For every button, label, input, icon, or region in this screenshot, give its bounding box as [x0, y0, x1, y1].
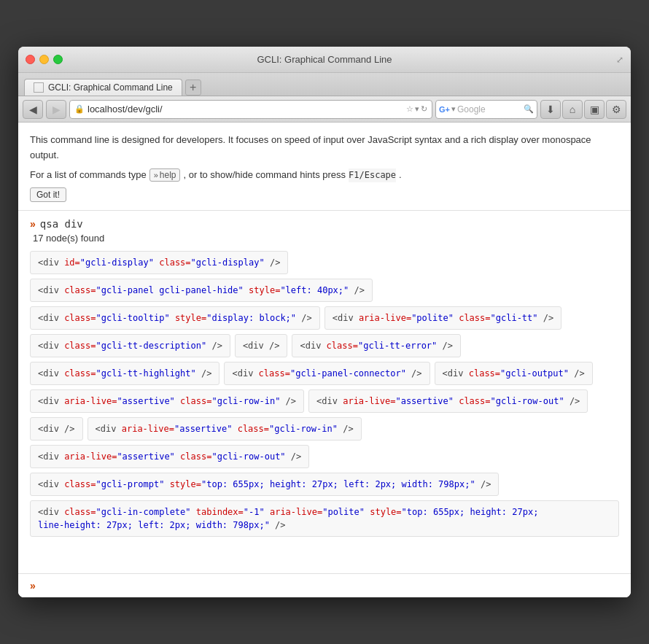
- code-block-4c: <div class="gcli-tt-error" />: [292, 334, 461, 357]
- tools-icon[interactable]: ⚙: [606, 100, 626, 119]
- address-lock-icon: 🔒: [74, 104, 85, 114]
- command-line: » qsa div: [30, 218, 619, 230]
- search-placeholder: Google: [457, 104, 522, 115]
- bookmark-icon[interactable]: ☆: [406, 104, 413, 114]
- code-block-5a: <div class="gcli-tt-highlight" />: [30, 362, 219, 385]
- code-block-3b: <div aria-live="polite" class="gcli-tt" …: [324, 306, 561, 330]
- address-text: localhost/dev/gcli/: [88, 104, 403, 115]
- shortcut-code: F1/Escape: [349, 168, 396, 182]
- code-block-9: <div class="gcli-prompt" style="top: 655…: [30, 473, 499, 496]
- bookmark-down-icon[interactable]: ▾: [415, 104, 419, 114]
- back-button[interactable]: ◀: [23, 100, 43, 119]
- search-engine-icon: G+: [439, 105, 450, 114]
- new-tab-button[interactable]: +: [185, 79, 201, 96]
- help-label: help: [160, 170, 176, 180]
- code-block-1: <div id="gcli-display" class="gcli-displ…: [30, 251, 288, 274]
- code-block-5b: <div class="gcli-panel-connector" />: [224, 362, 430, 385]
- search-go-icon[interactable]: 🔍: [524, 104, 534, 114]
- code-block-4a: <div class="gcli-tt-description" />: [30, 334, 230, 357]
- code-row-1: <div id="gcli-display" class="gcli-displ…: [30, 251, 619, 274]
- nav-bar: ◀ ▶ 🔒 localhost/dev/gcli/ ☆ ▾ ↻ G+ ▾ Goo…: [18, 96, 631, 123]
- command-section: » qsa div 17 node(s) found <div id="gcli…: [18, 211, 631, 544]
- refresh-icon[interactable]: ↻: [421, 104, 427, 114]
- code-block-6a: <div aria-live="assertive" class="gcli-r…: [30, 389, 304, 413]
- bottom-prompt: »: [30, 580, 36, 591]
- search-engine-down-icon[interactable]: ▾: [451, 104, 456, 114]
- info-line2-prefix: For a list of commands type: [30, 168, 147, 183]
- title-bar: GCLI: Graphical Command Line ⤢: [18, 47, 631, 73]
- spacer: [18, 544, 631, 573]
- page-content: This command line is designed for develo…: [18, 123, 631, 597]
- code-row-9: <div class="gcli-prompt" style="top: 655…: [30, 473, 619, 496]
- maximize-button[interactable]: [53, 55, 63, 64]
- tab-bar: GCLI: Graphical Command Line +: [18, 73, 631, 96]
- search-bar[interactable]: G+ ▾ Google 🔍: [435, 100, 537, 119]
- tab-favicon: [34, 82, 44, 93]
- info-line1: This command line is designed for develo…: [30, 133, 619, 163]
- got-it-button[interactable]: Got it!: [30, 187, 66, 202]
- code-block-10: <div class="gcli-in-complete" tabindex="…: [30, 500, 619, 537]
- bottom-bar: »: [18, 573, 631, 597]
- code-row-7: <div /> <div aria-live="assertive" class…: [30, 417, 619, 441]
- home-icon[interactable]: ⌂: [562, 100, 583, 119]
- code-row-10: <div class="gcli-in-complete" tabindex="…: [30, 500, 619, 537]
- code-row-8: <div aria-live="assertive" class="gcli-r…: [30, 445, 619, 468]
- command-prompt: »: [30, 218, 36, 230]
- window-title: GCLI: Graphical Command Line: [257, 54, 392, 65]
- active-tab[interactable]: GCLI: Graphical Command Line: [24, 79, 182, 96]
- command-result: 17 node(s) found: [30, 233, 619, 244]
- tab-label: GCLI: Graphical Command Line: [48, 82, 173, 93]
- expand-icon[interactable]: ⤢: [616, 55, 623, 65]
- help-row: For a list of commands type » help , or …: [30, 168, 619, 183]
- info-section: This command line is designed for develo…: [18, 123, 631, 210]
- code-block-6b: <div aria-live="assertive" class="gcli-r…: [308, 389, 588, 413]
- code-block-3a: <div class="gcli-tooltip" style="display…: [30, 306, 320, 330]
- code-row-4: <div class="gcli-tt-description" /> <div…: [30, 334, 619, 357]
- forward-button[interactable]: ▶: [46, 100, 66, 119]
- code-block-2: <div class="gcli-panel gcli-panel-hide" …: [30, 279, 373, 302]
- code-blocks-container: <div id="gcli-display" class="gcli-displ…: [30, 251, 619, 537]
- info-line2-suffix: , or to show/hide command hints press: [183, 168, 346, 183]
- monitor-icon[interactable]: ▣: [584, 100, 605, 119]
- code-row-3: <div class="gcli-tooltip" style="display…: [30, 306, 619, 330]
- command-text: qsa div: [40, 218, 83, 230]
- code-block-4b: <div />: [235, 334, 288, 357]
- code-row-6: <div aria-live="assertive" class="gcli-r…: [30, 389, 619, 413]
- info-line2-end: .: [399, 168, 402, 183]
- code-row-2: <div class="gcli-panel gcli-panel-hide" …: [30, 279, 619, 302]
- code-row-5: <div class="gcli-tt-highlight" /> <div c…: [30, 362, 619, 385]
- address-actions: ☆ ▾ ↻: [406, 104, 427, 114]
- browser-window: GCLI: Graphical Command Line ⤢ GCLI: Gra…: [18, 47, 631, 597]
- close-button[interactable]: [26, 55, 35, 64]
- traffic-lights: [26, 55, 63, 64]
- download-icon[interactable]: ⬇: [540, 100, 561, 119]
- help-arrow-icon: »: [154, 171, 158, 179]
- code-block-8: <div aria-live="assertive" class="gcli-r…: [30, 445, 309, 468]
- minimize-button[interactable]: [39, 55, 49, 64]
- code-block-7a: <div />: [30, 417, 83, 441]
- address-bar[interactable]: 🔒 localhost/dev/gcli/ ☆ ▾ ↻: [69, 100, 432, 119]
- code-block-7b: <div aria-live="assertive" class="gcli-r…: [88, 417, 362, 441]
- help-button[interactable]: » help: [149, 168, 181, 182]
- nav-right-buttons: ⬇ ⌂ ▣ ⚙: [540, 100, 626, 119]
- code-block-5c: <div class="gcli-output" />: [435, 362, 593, 385]
